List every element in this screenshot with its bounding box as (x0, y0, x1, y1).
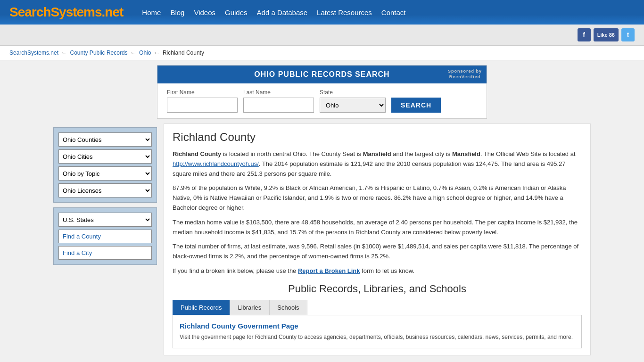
breadcrumb-ohio[interactable]: Ohio (139, 49, 151, 56)
find-city-link[interactable]: Find a City (58, 246, 152, 260)
ohio-licenses-dropdown[interactable]: Ohio Licenses (58, 183, 152, 197)
bc-arrow-1: ›·· (62, 50, 66, 56)
sidebar-section-us: U.S. States Find a County Find a City (53, 207, 157, 265)
main-container: SearchSystems.net ›·· County Public Reco… (0, 46, 644, 362)
broken-link-suffix: form to let us know. (360, 267, 414, 274)
find-county-link[interactable]: Find a County (58, 230, 152, 243)
desc-p3: The median home value is $103,500, there… (173, 218, 582, 238)
sidebar-section-ohio: Ohio Counties Ohio Cities Ohio by Topic … (53, 127, 157, 203)
logo[interactable]: SearchSystems.net (9, 5, 123, 20)
nav-add-database[interactable]: Add a Database (257, 8, 308, 16)
social-bar: f Like 86 t (0, 25, 644, 46)
county-website-link[interactable]: http://www.richlandcountyoh.us/ (173, 160, 259, 167)
state-label: State (320, 89, 386, 96)
tabs-bar: Public Records Libraries Schools (173, 300, 582, 315)
tab-schools[interactable]: Schools (269, 300, 307, 315)
logo-text: SearchSystems (9, 5, 102, 19)
facebook-icon[interactable]: f (578, 28, 591, 41)
search-widget-title: OHIO PUBLIC RECORDS SEARCH (254, 70, 389, 79)
breadcrumb: SearchSystems.net ›·· County Public Reco… (0, 46, 644, 60)
facebook-like-label: Like 86 (597, 32, 615, 38)
search-button[interactable]: SEARCH (391, 98, 441, 113)
largest-city-bold: Mansfield (452, 150, 480, 157)
nav-videos[interactable]: Videos (194, 8, 215, 16)
sidebar: Ohio Counties Ohio Cities Ohio by Topic … (53, 123, 157, 355)
main-content: Richland County Richland County is locat… (164, 123, 591, 355)
last-name-label: Last Name (243, 89, 314, 96)
county-seat-bold: Mansfield (363, 150, 391, 157)
ohio-counties-dropdown[interactable]: Ohio Counties (58, 132, 152, 147)
breadcrumb-home[interactable]: SearchSystems.net (9, 49, 58, 56)
county-name-bold: Richland County (173, 150, 221, 157)
content-area: Ohio Counties Ohio Cities Ohio by Topic … (49, 123, 595, 362)
breadcrumb-current: Richland County (163, 49, 204, 56)
search-widget-header: OHIO PUBLIC RECORDS SEARCH Sponsored by … (157, 66, 487, 83)
report-broken-link[interactable]: Report a Broken Link (298, 267, 360, 274)
bc-arrow-2: ›·· (131, 50, 136, 56)
search-widget: OHIO PUBLIC RECORDS SEARCH Sponsored by … (157, 65, 487, 119)
nav-contact[interactable]: Contact (381, 8, 406, 16)
first-name-label: First Name (167, 89, 238, 96)
breadcrumb-county-records[interactable]: County Public Records (70, 49, 128, 56)
first-name-input[interactable] (167, 98, 238, 113)
last-name-input[interactable] (243, 98, 314, 113)
twitter-icon[interactable]: t (621, 28, 635, 41)
county-title: Richland County (173, 131, 582, 144)
last-name-group: Last Name (243, 89, 314, 113)
main-nav: Home Blog Videos Guides Add a Database L… (142, 8, 405, 16)
tabs-section-title: Public Records, Libraries, and Schools (173, 283, 582, 295)
search-form: First Name Last Name State Ohio SEARCH (157, 83, 487, 118)
sponsored-label: Sponsored by BeenVerified (448, 69, 482, 80)
tab-content-text: Visit the government page for Richland C… (180, 333, 575, 341)
state-select[interactable]: Ohio (320, 98, 386, 113)
ohio-cities-dropdown[interactable]: Ohio Cities (58, 149, 152, 164)
tab-content: Richland County Government Page Visit th… (173, 315, 582, 348)
tab-content-title: Richland County Government Page (180, 322, 575, 330)
broken-link-p: If you find a broken link below, please … (173, 266, 582, 276)
header: SearchSystems.net Home Blog Videos Guide… (0, 0, 644, 25)
us-states-dropdown[interactable]: U.S. States (58, 213, 152, 227)
ohio-by-topic-dropdown[interactable]: Ohio by Topic (58, 166, 152, 181)
broken-link-prefix: If you find a broken link below, please … (173, 267, 298, 274)
tab-libraries[interactable]: Libraries (230, 300, 269, 315)
desc-p4: The total number of firms, at last estim… (173, 242, 582, 262)
nav-home[interactable]: Home (142, 8, 161, 16)
state-group: State Ohio (320, 89, 386, 113)
nav-blog[interactable]: Blog (170, 8, 184, 16)
desc-p2: 87.9% of the population is White, 9.2% i… (173, 183, 582, 213)
facebook-like-button[interactable]: Like 86 (594, 28, 619, 41)
logo-suffix: .net (102, 5, 124, 19)
desc-p1: Richland County is located in north cent… (173, 149, 582, 179)
tab-public-records[interactable]: Public Records (173, 300, 230, 315)
county-description: Richland County is located in north cent… (173, 149, 582, 276)
first-name-group: First Name (167, 89, 238, 113)
nav-guides[interactable]: Guides (225, 8, 248, 16)
nav-latest-resources[interactable]: Latest Resources (317, 8, 372, 16)
bc-arrow-3: ›·· (155, 50, 159, 56)
